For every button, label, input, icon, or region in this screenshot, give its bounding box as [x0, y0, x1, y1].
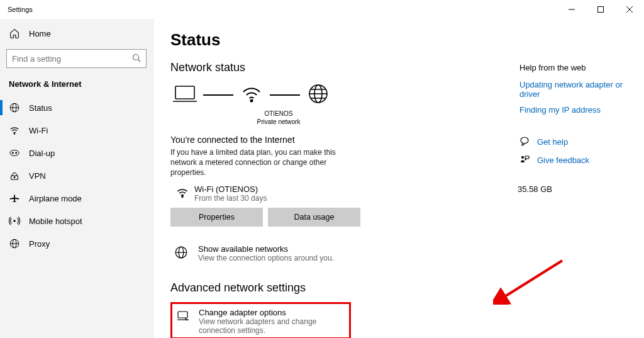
- nav-label: VPN: [29, 171, 46, 181]
- category-label: Network & Internet: [0, 74, 154, 96]
- svg-point-34: [521, 156, 524, 159]
- nav-wifi[interactable]: Wi-Fi: [0, 119, 154, 142]
- home-label: Home: [29, 29, 51, 38]
- properties-button[interactable]: Properties: [170, 208, 263, 227]
- home-nav[interactable]: Home: [0, 21, 154, 45]
- get-help[interactable]: Get help: [519, 136, 633, 148]
- svg-point-33: [521, 137, 528, 144]
- status-icon: [9, 102, 20, 113]
- proxy-icon: [9, 238, 20, 249]
- svg-line-5: [138, 59, 141, 62]
- window-title: Settings: [8, 6, 33, 13]
- page-title: Status: [170, 30, 628, 50]
- annotation-highlight: Change adapter options View network adap…: [170, 302, 351, 338]
- vpn-icon: [9, 170, 20, 181]
- home-icon: [9, 28, 20, 39]
- nav-label: Dial-up: [29, 149, 55, 158]
- nav-hotspot[interactable]: Mobile hotspot: [0, 210, 154, 232]
- svg-point-12: [16, 152, 17, 154]
- give-feedback[interactable]: Give feedback: [519, 154, 633, 166]
- svg-rect-1: [598, 7, 604, 13]
- nav-vpn[interactable]: VPN: [0, 164, 154, 187]
- svg-rect-19: [175, 86, 194, 99]
- option-title: Change adapter options: [199, 308, 345, 317]
- data-usage-button[interactable]: Data usage: [268, 208, 360, 227]
- svg-point-11: [12, 152, 13, 154]
- nav-dialup[interactable]: Dial-up: [0, 142, 154, 164]
- dialup-icon: [9, 147, 20, 159]
- search-icon: [132, 54, 141, 64]
- minimize-button[interactable]: [557, 0, 586, 19]
- nav-label: Proxy: [29, 239, 50, 249]
- option-desc: View the connection options around you.: [198, 254, 334, 262]
- svg-point-21: [251, 100, 253, 102]
- adapter-icon: [176, 309, 190, 323]
- globe-icon: [173, 245, 189, 259]
- section-advanced: Advanced network settings: [170, 281, 628, 295]
- wifi-icon: [241, 84, 262, 105]
- svg-rect-29: [178, 312, 187, 318]
- close-button[interactable]: [615, 0, 644, 19]
- nav-label: Mobile hotspot: [29, 217, 82, 226]
- svg-point-15: [14, 220, 15, 222]
- nav-label: Wi-Fi: [29, 126, 48, 135]
- help-link-adapter[interactable]: Updating network adapter or driver: [519, 80, 633, 99]
- svg-point-10: [10, 150, 19, 156]
- wifi-icon: [9, 125, 20, 136]
- svg-point-4: [133, 54, 139, 60]
- network-labels: OTIENOS Private network: [225, 110, 333, 126]
- nav-status[interactable]: Status: [0, 96, 154, 119]
- nav-label: Status: [29, 103, 52, 113]
- wifi-name: Wi-Fi (OTIENOS): [194, 184, 267, 194]
- help-header: Help from the web: [519, 63, 633, 72]
- computer-icon: [173, 84, 197, 105]
- help-icon: [519, 136, 530, 148]
- maximize-button[interactable]: [586, 0, 615, 19]
- wifi-period: From the last 30 days: [194, 194, 267, 203]
- wifi-icon: [170, 186, 194, 200]
- connected-desc: If you have a limited data plan, you can…: [170, 147, 359, 178]
- svg-point-9: [14, 133, 14, 134]
- option-desc: View network adapters and change connect…: [199, 317, 345, 335]
- nav-airplane[interactable]: Airplane mode: [0, 187, 154, 210]
- globe-icon: [308, 83, 329, 106]
- hotspot-icon: [9, 215, 20, 227]
- data-usage-value: 35.58 GB: [518, 184, 628, 194]
- svg-point-25: [182, 196, 183, 197]
- nav-proxy[interactable]: Proxy: [0, 232, 154, 255]
- change-adapter-option[interactable]: Change adapter options View network adap…: [176, 308, 345, 335]
- search-input[interactable]: [6, 49, 147, 68]
- feedback-icon: [519, 154, 530, 166]
- option-title: Show available networks: [198, 244, 334, 254]
- svg-point-14: [14, 177, 15, 178]
- search-field[interactable]: [12, 54, 132, 64]
- help-link-ip[interactable]: Finding my IP address: [519, 105, 633, 115]
- show-networks-option[interactable]: Show available networks View the connect…: [170, 242, 628, 265]
- airplane-icon: [9, 193, 20, 204]
- nav-label: Airplane mode: [29, 194, 82, 203]
- svg-rect-35: [525, 156, 529, 159]
